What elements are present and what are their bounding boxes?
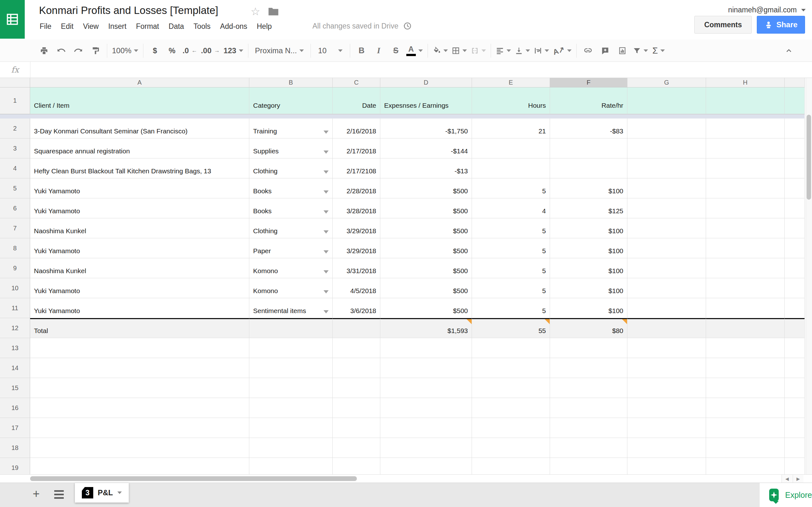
cell-C15[interactable]	[333, 378, 380, 398]
vertical-scrollbar[interactable]	[806, 78, 812, 474]
cell-B6[interactable]: Books	[249, 199, 333, 218]
cell-D4[interactable]: -$13	[380, 158, 472, 178]
cell-D1[interactable]: Expesnses / Earnings	[380, 88, 472, 114]
insert-chart-button[interactable]	[614, 43, 631, 59]
horizontal-align-button[interactable]	[494, 43, 513, 59]
cell-F17[interactable]	[550, 418, 627, 438]
cell-F13[interactable]	[550, 338, 627, 358]
cell-C11[interactable]: 3/6/2018	[333, 298, 380, 318]
category-dropdown-icon[interactable]	[323, 170, 328, 174]
cell-D5[interactable]: $500	[380, 178, 472, 199]
cell-C1[interactable]: Date	[333, 88, 380, 114]
decrease-decimal-button[interactable]: .0←	[181, 43, 199, 59]
menu-data[interactable]: Data	[164, 20, 189, 33]
cell-F10[interactable]: $100	[550, 278, 627, 298]
cell-C4[interactable]: 2/17/2108	[333, 158, 380, 178]
cell-X19[interactable]	[785, 458, 805, 474]
font-size-select[interactable]: 10	[314, 43, 347, 59]
cell-A14[interactable]	[30, 358, 249, 378]
cell-X9[interactable]	[785, 258, 805, 278]
menu-insert[interactable]: Insert	[103, 20, 131, 33]
column-header-A[interactable]: A	[30, 78, 249, 88]
cell-F4[interactable]	[550, 158, 627, 178]
cell-E19[interactable]	[472, 458, 550, 474]
cell-H9[interactable]	[706, 258, 785, 278]
cell-F19[interactable]	[550, 458, 627, 474]
strikethrough-button[interactable]: S	[387, 43, 404, 59]
cell-G4[interactable]	[627, 158, 706, 178]
explore-panel[interactable]: Explore	[760, 483, 812, 507]
borders-button[interactable]	[450, 43, 469, 59]
cell-D15[interactable]	[380, 378, 472, 398]
document-title[interactable]: Konmari Profits and Losses [Template]	[39, 4, 218, 16]
cell-F9[interactable]: $100	[550, 258, 627, 278]
cell-G16[interactable]	[627, 398, 706, 418]
cell-X6[interactable]	[785, 199, 805, 218]
row-header-5[interactable]: 5	[0, 178, 30, 199]
cell-A8[interactable]: Yuki Yamamoto	[30, 238, 249, 258]
row-header-16[interactable]: 16	[0, 398, 30, 418]
cell-A12[interactable]: Total	[30, 318, 249, 338]
row-header-14[interactable]: 14	[0, 358, 30, 378]
row-header-18[interactable]: 18	[0, 438, 30, 458]
cell-C16[interactable]	[333, 398, 380, 418]
cell-D16[interactable]	[380, 398, 472, 418]
cell-B14[interactable]	[249, 358, 333, 378]
cell-B1[interactable]: Category	[249, 88, 333, 114]
cell-A18[interactable]	[30, 438, 249, 458]
menu-file[interactable]: File	[35, 20, 56, 33]
cell-H12[interactable]	[706, 318, 785, 338]
cell-D7[interactable]: $500	[380, 218, 472, 238]
cell-H2[interactable]	[706, 118, 785, 138]
cell-X12[interactable]	[785, 318, 805, 338]
row-header-6[interactable]: 6	[0, 199, 30, 218]
cell-H11[interactable]	[706, 298, 785, 318]
cell-C7[interactable]: 3/29/2018	[333, 218, 380, 238]
cell-B16[interactable]	[249, 398, 333, 418]
cell-H3[interactable]	[706, 138, 785, 158]
column-header-G[interactable]: G	[627, 78, 706, 88]
cell-B18[interactable]	[249, 438, 333, 458]
category-dropdown-icon[interactable]	[323, 210, 328, 214]
cell-A4[interactable]: Hefty Clean Burst Blackout Tall Kitchen …	[30, 158, 249, 178]
cell-E17[interactable]	[472, 418, 550, 438]
undo-button[interactable]	[53, 43, 70, 59]
cell-E4[interactable]	[472, 158, 550, 178]
cell-B10[interactable]: Komono	[249, 278, 333, 298]
cell-C12[interactable]	[333, 318, 380, 338]
cell-A6[interactable]: Yuki Yamamoto	[30, 199, 249, 218]
cell-E13[interactable]	[472, 338, 550, 358]
row-header-17[interactable]: 17	[0, 418, 30, 438]
cell-X11[interactable]	[785, 298, 805, 318]
cell-D10[interactable]: $500	[380, 278, 472, 298]
cell-A10[interactable]: Yuki Yamamoto	[30, 278, 249, 298]
cell-G10[interactable]	[627, 278, 706, 298]
cell-G1[interactable]	[627, 88, 706, 114]
cell-G7[interactable]	[627, 218, 706, 238]
cell-C5[interactable]: 2/28/2018	[333, 178, 380, 199]
cell-X4[interactable]	[785, 158, 805, 178]
cell-G2[interactable]	[627, 118, 706, 138]
vertical-align-button[interactable]	[513, 43, 532, 59]
comments-button[interactable]: Comments	[694, 16, 752, 34]
vertical-scrollbar-thumb[interactable]	[807, 115, 811, 200]
category-dropdown-icon[interactable]	[323, 130, 328, 134]
menu-view[interactable]: View	[78, 20, 103, 33]
cell-C10[interactable]: 4/5/2018	[333, 278, 380, 298]
cell-H6[interactable]	[706, 199, 785, 218]
cell-B11[interactable]: Sentimental items	[249, 298, 333, 318]
cell-E3[interactable]	[472, 138, 550, 158]
cell-G18[interactable]	[627, 438, 706, 458]
cell-D18[interactable]	[380, 438, 472, 458]
share-button[interactable]: Share	[757, 16, 805, 34]
cell-G8[interactable]	[627, 238, 706, 258]
sheet-tab-pl[interactable]: 3 P&L	[75, 483, 129, 503]
cell-E6[interactable]: 4	[472, 199, 550, 218]
cell-A2[interactable]: 3-Day Konmari Consultant Seminar (San Fr…	[30, 118, 249, 138]
cell-C3[interactable]: 2/17/2018	[333, 138, 380, 158]
cell-A5[interactable]: Yuki Yamamoto	[30, 178, 249, 199]
cell-D8[interactable]: $500	[380, 238, 472, 258]
cell-A11[interactable]: Yuki Yamamoto	[30, 298, 249, 318]
cell-H18[interactable]	[706, 438, 785, 458]
cell-A17[interactable]	[30, 418, 249, 438]
